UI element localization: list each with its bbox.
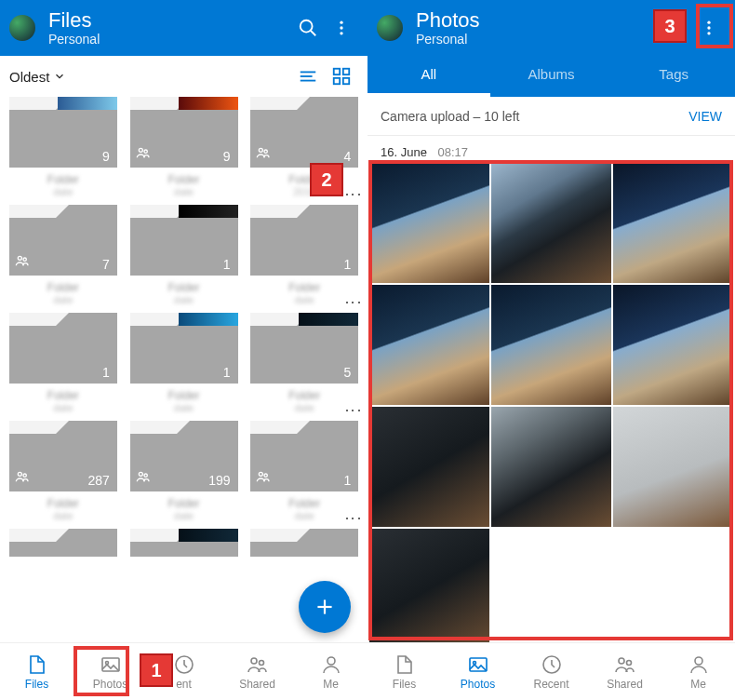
nav-files[interactable]: Files <box>368 643 441 700</box>
nav-shared[interactable]: Shared <box>220 643 294 700</box>
highlight-box-photos <box>368 160 733 640</box>
svg-rect-8 <box>334 69 340 74</box>
files-screen: Files Personal Oldest 9Folderdate9Folder… <box>0 0 368 700</box>
folder-item[interactable]: 9Folderdate <box>6 97 121 201</box>
date-time: 08:17 <box>438 145 469 159</box>
svg-point-19 <box>23 474 26 477</box>
tab-albums[interactable]: Albums <box>490 56 613 97</box>
folder-count: 5 <box>343 365 351 380</box>
folder-count: 4 <box>343 149 351 164</box>
svg-rect-9 <box>343 69 349 74</box>
date-header: 16. June 08:17 <box>368 136 735 163</box>
grid-view-icon[interactable] <box>325 60 358 93</box>
svg-point-31 <box>327 657 335 665</box>
account-label: Personal <box>416 32 692 47</box>
folder-item[interactable]: 1Folderdate <box>127 313 242 417</box>
svg-point-29 <box>251 658 257 664</box>
account-label: Personal <box>48 32 291 47</box>
folder-count: 9 <box>223 149 231 164</box>
svg-point-4 <box>340 32 342 34</box>
nav-label: Photos <box>461 678 495 691</box>
highlight-box-3 <box>696 4 733 48</box>
folder-item[interactable]: 7Folderdate <box>6 205 121 309</box>
header-titles: Photos Personal <box>416 9 692 47</box>
page-title: Photos <box>416 9 692 32</box>
nav-shared[interactable]: Shared <box>588 643 662 700</box>
shared-icon <box>15 470 30 486</box>
header-titles: Files Personal <box>48 9 291 47</box>
highlight-box-1 <box>74 646 129 696</box>
svg-point-12 <box>139 148 142 152</box>
svg-rect-11 <box>343 78 349 84</box>
svg-point-18 <box>18 472 21 476</box>
nav-label: Shared <box>239 678 275 691</box>
avatar[interactable] <box>9 15 35 41</box>
svg-point-17 <box>23 258 26 261</box>
svg-point-23 <box>264 474 267 477</box>
callout-3: 3 <box>653 9 687 43</box>
banner-text: Camera upload – 10 left <box>381 109 519 124</box>
more-vert-icon[interactable] <box>325 11 358 45</box>
callout-1: 1 <box>140 653 173 687</box>
folder-count: 1 <box>223 257 231 272</box>
folder-item[interactable]: 199Folderdate <box>127 421 242 525</box>
shared-icon <box>256 470 271 486</box>
svg-point-21 <box>144 474 147 477</box>
bottom-nav: FilesPhotosRecentSharedMe <box>368 642 735 700</box>
svg-point-14 <box>260 148 263 152</box>
svg-line-1 <box>311 31 316 36</box>
folder-item[interactable]: 9Folderdate <box>127 97 242 201</box>
nav-label: Files <box>25 678 48 691</box>
header: Files Personal <box>0 0 368 56</box>
svg-point-13 <box>144 150 147 153</box>
svg-point-15 <box>264 150 267 153</box>
svg-point-16 <box>18 256 21 260</box>
shared-icon <box>136 470 151 486</box>
fab-add[interactable] <box>299 581 351 633</box>
nav-me[interactable]: Me <box>294 643 368 700</box>
shared-icon <box>15 254 30 270</box>
folder-count: 7 <box>102 257 110 272</box>
nav-recent[interactable]: Recent <box>514 643 588 700</box>
avatar[interactable] <box>377 15 403 41</box>
tab-all[interactable]: All <box>368 56 490 97</box>
folder-item[interactable]: 287Folderdate <box>6 421 121 525</box>
svg-point-38 <box>619 658 624 664</box>
sort-dropdown[interactable]: Oldest <box>9 69 66 85</box>
more-vert-icon[interactable]: ⋮ <box>343 294 364 311</box>
svg-point-2 <box>340 21 342 24</box>
shared-icon <box>256 146 271 162</box>
svg-point-20 <box>139 472 142 476</box>
folder-item[interactable]: 1Folderdate <box>6 313 121 417</box>
folder-item[interactable]: 1Folderdate <box>127 205 242 309</box>
upload-banner: Camera upload – 10 left VIEW <box>368 97 735 136</box>
sort-label: Oldest <box>9 69 49 85</box>
folder-row: 287Folderdate199Folderdate1Folderdate⋮ <box>6 421 362 525</box>
nav-label: ent <box>176 678 192 691</box>
list-view-icon[interactable] <box>291 60 325 93</box>
svg-point-39 <box>626 660 631 665</box>
banner-view-button[interactable]: VIEW <box>688 109 722 124</box>
svg-point-22 <box>260 472 263 476</box>
folder-count: 1 <box>102 365 110 380</box>
more-vert-icon[interactable]: ⋮ <box>343 402 364 419</box>
nav-files[interactable]: Files <box>0 643 74 700</box>
folder-count: 9 <box>102 149 110 164</box>
date-day: 16. June <box>381 145 427 159</box>
nav-me[interactable]: Me <box>662 643 735 700</box>
folder-count: 1 <box>343 257 351 272</box>
more-vert-icon[interactable]: ⋮ <box>343 186 364 203</box>
svg-point-3 <box>340 26 342 29</box>
nav-photos[interactable]: Photos <box>441 643 514 700</box>
tab-tags[interactable]: Tags <box>612 56 735 97</box>
folder-row: 9Folderdate9Folderdate4Folder2016⋮ <box>6 97 362 201</box>
search-icon[interactable] <box>291 11 325 45</box>
svg-point-40 <box>695 657 702 665</box>
svg-point-0 <box>301 20 313 33</box>
svg-point-30 <box>259 660 263 665</box>
folder-row: 1Folderdate1Folderdate5Folderdate⋮ <box>6 313 362 417</box>
nav-label: Files <box>393 678 416 691</box>
callout-2: 2 <box>310 163 343 196</box>
folder-count: 1 <box>343 473 351 488</box>
more-vert-icon[interactable]: ⋮ <box>343 510 364 527</box>
